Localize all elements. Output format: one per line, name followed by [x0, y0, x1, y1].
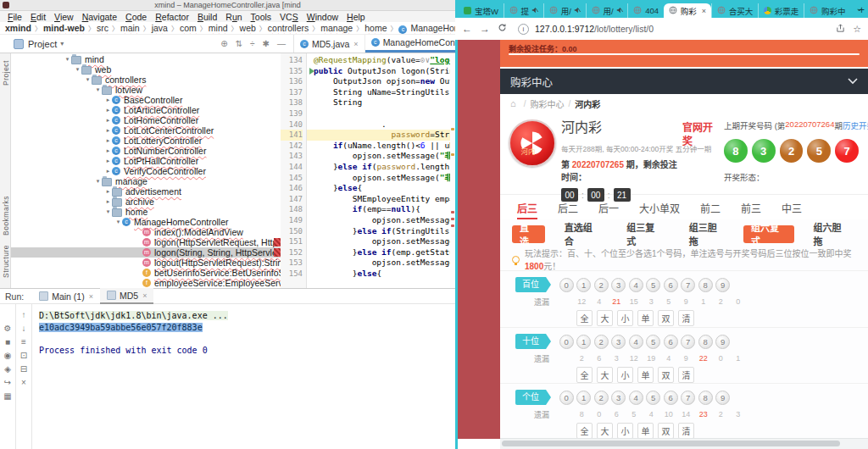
browser-tab--[interactable]: 购彩中: [804, 3, 850, 18]
tab-前三[interactable]: 前三: [741, 195, 761, 220]
tab-前二[interactable]: 前二: [700, 195, 721, 220]
tab-close-icon[interactable]: ×: [702, 7, 706, 15]
breadcrumb-item[interactable]: src: [97, 23, 108, 33]
number-ball-4[interactable]: 4: [629, 391, 643, 405]
filter-button-小[interactable]: 小: [617, 367, 633, 383]
filter-button-清[interactable]: 清: [678, 423, 694, 439]
run-tab-main-1-[interactable]: Main (1)×: [32, 289, 100, 303]
tree-item-index-modelandview[interactable]: mindex():ModelAndView: [11, 227, 281, 237]
tab-大小单双[interactable]: 大小单双: [639, 195, 680, 220]
run-tab-md5[interactable]: MD5×: [100, 288, 153, 304]
menu-item-edit[interactable]: Edit: [26, 12, 50, 22]
home-icon[interactable]: ⌂: [510, 98, 516, 108]
chevron-right-icon[interactable]: ▸: [104, 197, 112, 207]
breadcrumb-item[interactable]: mind: [209, 23, 228, 33]
chevron-right-icon[interactable]: ▸: [104, 95, 112, 105]
browser-tab--[interactable]: 提: [504, 3, 543, 18]
number-ball-3[interactable]: 3: [611, 391, 626, 405]
menu-item-help[interactable]: Help: [342, 12, 370, 22]
number-ball-4[interactable]: 4: [629, 335, 643, 349]
play-button-直选[interactable]: 直选: [512, 225, 545, 243]
breadcrumb-item[interactable]: main: [120, 23, 140, 33]
number-ball-5[interactable]: 5: [646, 391, 660, 405]
filter-button-大[interactable]: 大: [597, 423, 613, 439]
breadcrumb-item[interactable]: web: [240, 23, 256, 33]
filter-button-清[interactable]: 清: [678, 310, 694, 326]
tree-item-betuserinfoservice-betuserinfoser[interactable]: fbetUserinfoService:BetUserinfoSer: [11, 268, 281, 278]
back-button[interactable]: ←: [462, 23, 472, 35]
play-button-组三复式[interactable]: 组三复式: [619, 225, 669, 243]
chevron-right-icon[interactable]: ▸: [104, 146, 112, 156]
number-ball-7[interactable]: 7: [681, 278, 695, 292]
tree-item-web[interactable]: ▾web: [11, 64, 281, 75]
mute-speaker-icon[interactable]: [574, 6, 581, 15]
chevron-right-icon[interactable]: ▸: [104, 115, 112, 125]
filter-button-大[interactable]: 大: [597, 367, 613, 383]
number-ball-9[interactable]: 9: [715, 278, 730, 292]
menu-item-window[interactable]: Window: [303, 12, 342, 22]
number-ball-2[interactable]: 2: [594, 391, 609, 405]
breadcrumb-item[interactable]: java: [152, 23, 168, 33]
tool-window-label-bookmarks[interactable]: Bookmarks: [0, 196, 10, 236]
run-tool-icon-5[interactable]: ▦: [3, 391, 11, 404]
filter-button-大[interactable]: 大: [597, 310, 613, 326]
number-ball-1[interactable]: 1: [576, 335, 591, 349]
tree-item-verifycodecontroller[interactable]: ▸cVerifyCodeController: [11, 166, 281, 176]
project-panel-title[interactable]: Project: [28, 39, 57, 49]
tree-item-managehomecontroller[interactable]: ▾cManageHomeController: [11, 217, 281, 227]
filter-button-单[interactable]: 单: [637, 367, 654, 383]
number-ball-7[interactable]: 7: [681, 335, 695, 349]
number-ball-7[interactable]: 7: [681, 391, 695, 405]
breadcrumb-item[interactable]: xmind: [5, 23, 31, 33]
chevron-down-icon[interactable]: ▾: [84, 75, 92, 85]
tree-item-basecontroller[interactable]: ▸cBaseController: [11, 95, 281, 105]
filter-button-清[interactable]: 清: [678, 367, 694, 383]
number-ball-9[interactable]: 9: [715, 335, 730, 349]
tree-item-manage[interactable]: ▾manage: [11, 176, 281, 186]
close-icon[interactable]: ×: [142, 291, 147, 300]
number-ball-8[interactable]: 8: [698, 335, 713, 349]
tree-item-controllers[interactable]: ▾controllers: [11, 75, 281, 85]
browser-tab--[interactable]: 购彩×: [664, 3, 711, 18]
tool-window-label-project[interactable]: Project: [0, 60, 10, 86]
chevron-right-icon[interactable]: ▸: [104, 186, 112, 197]
filter-button-小[interactable]: 小: [617, 310, 633, 326]
breadcrumb-item[interactable]: manage: [320, 23, 353, 33]
menu-item-view[interactable]: View: [50, 12, 78, 22]
menu-item-code[interactable]: Code: [121, 12, 151, 22]
mute-speaker-icon[interactable]: [616, 6, 623, 15]
lottery-breadcrumb-item[interactable]: 河内彩: [575, 97, 600, 110]
run-method-icon[interactable]: [309, 68, 314, 75]
number-ball-8[interactable]: 8: [698, 278, 713, 292]
browser-tab--[interactable]: 用/: [586, 3, 628, 18]
close-icon[interactable]: ×: [89, 292, 93, 301]
chevron-down-icon[interactable]: ▾: [60, 40, 64, 47]
play-button-组六复式[interactable]: 组六复式: [743, 225, 793, 243]
chevron-down-icon[interactable]: ▾: [94, 85, 102, 95]
url-field[interactable]: 127.0.0.1:9712/lot/lottery/list/0: [535, 24, 829, 34]
filter-button-单[interactable]: 单: [637, 423, 654, 439]
console-tool-icon-4[interactable]: ⊟: [20, 363, 27, 377]
run-tool-icon-0[interactable]: ⚙: [4, 323, 12, 336]
breadcrumb-item[interactable]: com: [180, 23, 197, 33]
mute-speaker-icon[interactable]: [531, 6, 538, 15]
chevron-right-icon[interactable]: ▸: [104, 136, 112, 146]
tree-item-lotlotterycontroller[interactable]: ▸cLotLotteryController: [11, 136, 281, 146]
menu-item-file[interactable]: File: [3, 12, 26, 22]
run-tool-icon-1[interactable]: ■: [5, 336, 10, 350]
run-tool-icon-3[interactable]: ◈: [4, 363, 11, 377]
number-ball-3[interactable]: 3: [611, 278, 626, 292]
play-button-直选组合[interactable]: 直选组合: [557, 225, 607, 243]
number-ball-6[interactable]: 6: [664, 391, 678, 405]
panel-toolbar-icon-3[interactable]: ✱: [263, 39, 270, 48]
tree-item-lotpthallcontroller[interactable]: ▸cLotPtHallController: [11, 156, 281, 166]
tree-item-archive[interactable]: ▸archive: [11, 197, 281, 207]
breadcrumb-item[interactable]: mind-web: [43, 23, 85, 33]
tree-item-home[interactable]: ▾home: [11, 207, 281, 217]
browser-tab-404[interactable]: 404: [627, 3, 664, 18]
breadcrumb-item[interactable]: cManageHomeController: [398, 23, 455, 34]
number-ball-2[interactable]: 2: [594, 278, 609, 292]
number-ball-8[interactable]: 8: [698, 391, 713, 405]
tree-item-lotview[interactable]: ▾lotview: [11, 85, 281, 95]
number-ball-2[interactable]: 2: [594, 335, 609, 349]
